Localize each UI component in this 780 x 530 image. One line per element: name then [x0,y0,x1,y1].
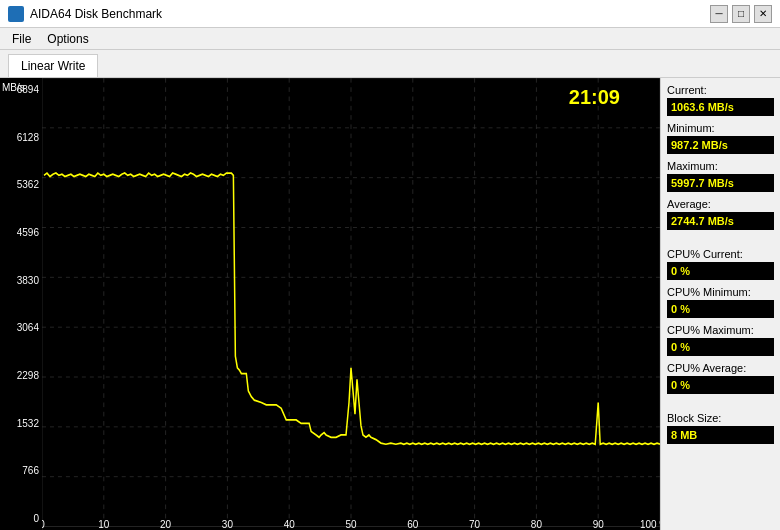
cpu-maximum-label: CPU% Maximum: [667,324,774,336]
menu-options[interactable]: Options [39,30,96,48]
minimum-value: 987.2 MB/s [667,136,774,154]
cpu-current-value: 0 % [667,262,774,280]
stat-cpu-average: CPU% Average: 0 % [667,362,774,394]
svg-text:20: 20 [160,517,171,530]
average-label: Average: [667,198,774,210]
menu-bar: File Options [0,28,780,50]
svg-text:40: 40 [284,517,295,530]
stat-cpu-minimum: CPU% Minimum: 0 % [667,286,774,318]
svg-text:0: 0 [42,517,45,530]
current-label: Current: [667,84,774,96]
y-label-6894: 6894 [0,84,42,95]
y-label-766: 766 [0,465,42,476]
tab-linear-write[interactable]: Linear Write [8,54,98,77]
main-content: MB/s 21:09 6894 6128 5362 4596 3830 3064… [0,78,780,530]
cpu-current-label: CPU% Current: [667,248,774,260]
block-size-value: 8 MB [667,426,774,444]
svg-text:80: 80 [531,517,542,530]
svg-text:70: 70 [469,517,480,530]
cpu-average-value: 0 % [667,376,774,394]
window-title: AIDA64 Disk Benchmark [30,7,162,21]
y-label-1532: 1532 [0,418,42,429]
current-value: 1063.6 MB/s [667,98,774,116]
y-label-6128: 6128 [0,132,42,143]
menu-file[interactable]: File [4,30,39,48]
cpu-minimum-label: CPU% Minimum: [667,286,774,298]
stat-current: Current: 1063.6 MB/s [667,84,774,116]
title-bar: AIDA64 Disk Benchmark ─ □ ✕ [0,0,780,28]
maximum-value: 5997.7 MB/s [667,174,774,192]
y-label-0: 0 [0,513,42,524]
stat-cpu-maximum: CPU% Maximum: 0 % [667,324,774,356]
y-label-4596: 4596 [0,227,42,238]
block-size-label: Block Size: [667,412,774,424]
y-label-2298: 2298 [0,370,42,381]
svg-text:30: 30 [222,517,233,530]
stat-block-size: Block Size: 8 MB [667,412,774,444]
y-label-3064: 3064 [0,322,42,333]
chart-svg: 0 10 20 30 40 50 60 70 80 90 100 % [42,78,660,530]
minimum-label: Minimum: [667,122,774,134]
svg-text:100 %: 100 % [640,517,660,530]
cpu-minimum-value: 0 % [667,300,774,318]
y-label-5362: 5362 [0,179,42,190]
sidebar: Current: 1063.6 MB/s Minimum: 987.2 MB/s… [660,78,780,530]
maximum-label: Maximum: [667,160,774,172]
maximize-button[interactable]: □ [732,5,750,23]
y-label-3830: 3830 [0,275,42,286]
stat-average: Average: 2744.7 MB/s [667,198,774,230]
tab-bar: Linear Write [0,50,780,78]
title-bar-controls: ─ □ ✕ [710,5,772,23]
stat-minimum: Minimum: 987.2 MB/s [667,122,774,154]
close-button[interactable]: ✕ [754,5,772,23]
title-bar-left: AIDA64 Disk Benchmark [8,6,162,22]
cpu-maximum-value: 0 % [667,338,774,356]
minimize-button[interactable]: ─ [710,5,728,23]
stat-cpu-current: CPU% Current: 0 % [667,248,774,280]
stat-maximum: Maximum: 5997.7 MB/s [667,160,774,192]
y-axis-labels: 6894 6128 5362 4596 3830 3064 2298 1532 … [0,78,42,530]
svg-text:90: 90 [593,517,604,530]
cpu-average-label: CPU% Average: [667,362,774,374]
svg-text:60: 60 [407,517,418,530]
chart-area: MB/s 21:09 6894 6128 5362 4596 3830 3064… [0,78,660,530]
app-icon [8,6,24,22]
svg-text:50: 50 [345,517,356,530]
svg-text:10: 10 [98,517,109,530]
average-value: 2744.7 MB/s [667,212,774,230]
